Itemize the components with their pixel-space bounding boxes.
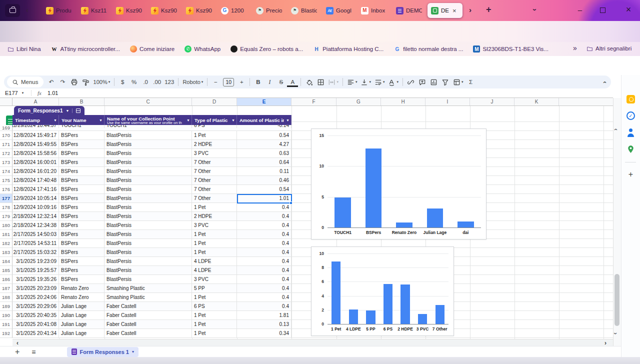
column-header-I[interactable]: I (426, 98, 470, 106)
functions-icon[interactable]: Σ (465, 76, 476, 88)
column-header-H[interactable]: H (381, 98, 426, 106)
chart-bar[interactable] (458, 222, 474, 228)
table-row[interactable]: 11/29/2024 10:44:57TOUCH1TOUCH16 PS-0.14 (12, 125, 292, 131)
cell[interactable]: 0.54 (237, 131, 292, 140)
cell[interactable]: 0.13 (237, 320, 292, 328)
table-row[interactable]: 12/8/2024 15:58:56BSPersBlastPersis3 PVC… (12, 149, 292, 158)
table-header-cell[interactable]: Your Name▼ (59, 115, 104, 125)
browser-tab[interactable]: Ksz90 (148, 3, 180, 18)
create-filter-icon[interactable] (440, 76, 451, 88)
scroll-up-icon[interactable]: › (612, 128, 619, 130)
cell[interactable]: 12/8/2024 15:49:17 (12, 131, 59, 140)
cell[interactable]: -0.14 (237, 125, 292, 128)
table-row[interactable]: 12/8/2024 16:00:01BSPersBlastPersis7 Oth… (12, 158, 292, 167)
row-header-189[interactable]: 189 (0, 302, 12, 311)
cell[interactable]: BlastPersis (104, 131, 192, 140)
cell[interactable]: 0.4 (237, 293, 292, 302)
italic-icon[interactable]: I (264, 76, 275, 88)
browser-tab[interactable]: DEMO (392, 3, 426, 18)
text-rotation-icon[interactable]: ▾ (386, 76, 400, 88)
chart-bar[interactable] (366, 310, 375, 324)
header-filter-caret-icon[interactable]: ▼ (99, 118, 102, 122)
table-header-cell[interactable]: Type of Plastic▼ (192, 115, 237, 125)
browser-tab[interactable]: ⚑Blastic (288, 3, 320, 18)
strikethrough-icon[interactable]: S (276, 76, 286, 88)
cell[interactable]: Renato Zero (59, 284, 104, 292)
cell[interactable]: BSPers (59, 275, 104, 284)
fill-color-icon[interactable] (304, 76, 314, 88)
insert-comment-icon[interactable] (417, 76, 428, 88)
horizontal-scrollbar[interactable]: ‹ › (12, 339, 613, 346)
cell[interactable]: BSPers (59, 257, 104, 266)
insert-link-icon[interactable] (406, 76, 416, 88)
cell[interactable]: 0.4 (237, 284, 292, 292)
row-header-191[interactable]: 191 (0, 320, 12, 329)
column-header-C[interactable]: C (104, 98, 192, 106)
chart-amount-by-person[interactable]: 051015TOUCH1BSPersRenato ZeroJulian Lage… (311, 128, 486, 240)
cell[interactable]: 3 PVC (192, 275, 237, 284)
cell[interactable]: 12/9/2024 10:05:14 (12, 194, 59, 202)
cell[interactable]: 3/1/2025 20:24:06 (12, 293, 59, 302)
cell[interactable]: 2/17/2025 15:03:32 (12, 248, 59, 256)
cell[interactable]: BlastPersis (104, 194, 192, 202)
cell[interactable]: 1 Pet (192, 203, 237, 212)
cell[interactable]: 0.4 (237, 221, 292, 230)
table-row[interactable]: 3/1/2025 19:25:57BSPersBlastPersis4 LDPE… (12, 266, 292, 275)
cell[interactable]: 0.4 (237, 275, 292, 284)
table-header-cell[interactable]: Amount of Plastic in KG▼ (237, 115, 292, 125)
cell[interactable]: 0.46 (237, 176, 292, 184)
cell[interactable]: 3/1/2025 20:23:09 (12, 284, 59, 292)
horizontal-align-icon[interactable]: ▾ (346, 76, 359, 88)
row-header-175[interactable]: 175 (0, 176, 12, 185)
cell[interactable]: 12/8/2024 15:49:55 (12, 140, 59, 148)
cell[interactable]: BSPers (59, 140, 104, 148)
cell[interactable]: 3/1/2025 20:29:06 (12, 302, 59, 310)
cell[interactable]: 12/8/2024 17:41:16 (12, 185, 59, 194)
cell[interactable]: 3 PVC (192, 221, 237, 230)
cell[interactable]: BSPers (59, 221, 104, 230)
firefox-view-icon[interactable] (5, 4, 20, 17)
cell[interactable]: 1 Pet (192, 230, 237, 238)
row-header-184[interactable]: 184 (0, 257, 12, 266)
browser-tab[interactable]: Ksz90 (112, 3, 146, 18)
row-header-170[interactable]: 170 (0, 131, 12, 140)
cell[interactable]: 12/18/2024 12:32:14 (12, 212, 59, 220)
cell[interactable]: 7 Other (192, 194, 237, 202)
decrease-decimals-icon[interactable]: .0 (140, 76, 151, 88)
cell[interactable]: Faber Castell (104, 302, 192, 310)
bookmark-item[interactable]: HPiattaforma Hosting C... (313, 46, 384, 52)
font-select[interactable]: Roboto▾ (181, 76, 204, 88)
row-header-169[interactable]: 169 (0, 125, 12, 131)
scroll-left-icon[interactable]: ‹ (16, 340, 18, 346)
format-percent-icon[interactable]: % (128, 76, 140, 88)
table-row[interactable]: 12/18/2024 12:32:14BSPersBlastPersis2 HD… (12, 212, 292, 221)
bookmark-item[interactable]: ✆WhatsApp (184, 46, 220, 52)
cell[interactable]: BSPers (59, 176, 104, 184)
scroll-down-icon[interactable]: › (612, 332, 619, 334)
column-header-A[interactable]: A (12, 98, 59, 106)
cell[interactable]: 6 PS (192, 302, 237, 310)
format-currency-icon[interactable]: $ (117, 76, 128, 88)
row-header-181[interactable]: 181 (0, 230, 12, 239)
cell[interactable]: 2/17/2025 14:50:03 (12, 230, 59, 238)
text-color-icon[interactable]: A (287, 78, 298, 87)
cell[interactable]: Julian Lage (59, 302, 104, 310)
cell[interactable]: BSPers (59, 239, 104, 248)
scroll-tabs-left-icon[interactable]: ‹ (26, 6, 28, 14)
print-icon[interactable] (69, 76, 80, 88)
row-header-185[interactable]: 185 (0, 266, 12, 275)
browser-tab[interactable]: Ksz11 (78, 3, 110, 18)
cell[interactable]: Renato Zero (59, 293, 104, 302)
column-header-B[interactable]: B (59, 98, 104, 106)
vertical-scroll-thumb[interactable] (614, 274, 620, 326)
cell[interactable]: BSPers (59, 158, 104, 166)
bold-icon[interactable]: B (252, 76, 264, 88)
add-sheet-icon[interactable]: + (15, 348, 20, 356)
cell[interactable]: 4 LDPE (192, 257, 237, 266)
cell[interactable]: 2 HDPE (192, 212, 237, 220)
cell[interactable]: 3/1/2025 20:41:08 (12, 320, 59, 328)
cell[interactable]: 1 Pet (192, 248, 237, 256)
cell[interactable]: BlastPersis (104, 257, 192, 266)
table-row[interactable]: 3/1/2025 19:23:09BSPersBlastPersis4 LDPE… (12, 257, 292, 266)
row-header-172[interactable]: 172 (0, 149, 12, 158)
